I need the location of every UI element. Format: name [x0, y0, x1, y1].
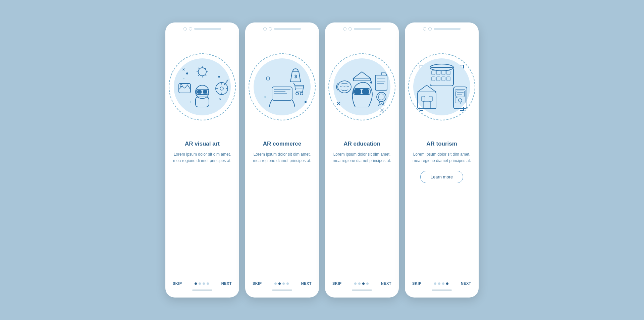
dot-2-3 — [282, 282, 285, 285]
illustration-commerce: $ — [245, 33, 319, 141]
svg-point-38 — [296, 92, 299, 95]
svg-point-25 — [186, 72, 188, 74]
top-circle-6 — [348, 27, 352, 31]
nav-dots-2 — [274, 282, 289, 285]
desc-commerce: Lorem ipsum dolor sit dim amet, mea regi… — [253, 151, 312, 164]
svg-rect-61 — [432, 71, 435, 75]
commerce-icon: $ — [252, 53, 312, 120]
svg-line-23 — [205, 68, 206, 69]
nav-bar-2: SKIP NEXT — [245, 278, 319, 287]
dot-2-1 — [274, 282, 277, 285]
dot-3-1 — [354, 282, 357, 285]
dot-1-4 — [207, 282, 209, 285]
top-bar-line-3 — [354, 28, 381, 30]
svg-text:✕: ✕ — [182, 68, 185, 71]
top-circle-5 — [343, 27, 346, 31]
dot-2-4 — [286, 282, 289, 285]
screen-ar-visual-art: ✕ ✕ AR visual art Lorem ipsum dolor sit … — [165, 22, 239, 298]
title-education: AR education — [332, 141, 391, 147]
dot-3-3 — [362, 282, 365, 285]
desc-education: Lorem ipsum dolor sit dim amet, mea regi… — [332, 151, 391, 164]
top-circle-2 — [189, 27, 192, 31]
dot-1-1 — [195, 282, 197, 285]
svg-rect-69 — [418, 92, 436, 109]
svg-point-51 — [370, 82, 372, 84]
dot-4-4 — [446, 282, 448, 285]
svg-point-57 — [377, 92, 386, 102]
svg-line-24 — [198, 74, 200, 76]
title-visual-art: AR visual art — [173, 141, 232, 147]
learn-more-button[interactable]: Learn more — [420, 171, 463, 183]
svg-point-42 — [266, 77, 270, 80]
next-btn-2[interactable]: NEXT — [301, 281, 312, 285]
content-visual-art: AR visual art Lorem ipsum dolor sit dim … — [165, 141, 239, 278]
bottom-indicator-4 — [432, 289, 452, 291]
svg-rect-48 — [354, 78, 370, 81]
svg-rect-4 — [197, 90, 202, 94]
content-tourism: AR tourism Lorem ipsum dolor sit dim ame… — [405, 141, 479, 278]
content-education: AR education Lorem ipsum dolor sit dim a… — [325, 141, 399, 278]
svg-rect-53 — [375, 75, 387, 90]
bottom-indicator-3 — [352, 289, 372, 291]
illustration-education — [325, 33, 399, 141]
top-bar-line-1 — [194, 28, 221, 30]
skip-btn-2[interactable]: SKIP — [253, 281, 262, 285]
top-bar-4 — [405, 22, 479, 33]
desc-tourism: Lorem ipsum dolor sit dim amet, mea regi… — [412, 151, 471, 164]
top-circle-3 — [263, 27, 267, 31]
skip-btn-4[interactable]: SKIP — [412, 281, 422, 285]
next-btn-3[interactable]: NEXT — [381, 281, 391, 285]
svg-point-39 — [300, 92, 303, 95]
education-icon — [332, 53, 392, 120]
svg-rect-65 — [432, 77, 435, 81]
skip-btn-1[interactable]: SKIP — [173, 281, 182, 285]
bottom-indicator-1 — [192, 289, 212, 291]
dot-1-2 — [199, 282, 201, 285]
skip-btn-3[interactable]: SKIP — [332, 281, 342, 285]
svg-point-44 — [264, 96, 266, 98]
screen-ar-education: AR education Lorem ipsum dolor sit dim a… — [325, 22, 399, 298]
nav-dots-4 — [434, 282, 448, 285]
svg-point-28 — [190, 101, 191, 103]
title-tourism: AR tourism — [412, 141, 471, 147]
svg-rect-66 — [437, 77, 440, 81]
top-bar-2 — [245, 22, 319, 33]
nav-dots-1 — [195, 282, 209, 285]
top-circle-1 — [183, 27, 187, 31]
svg-point-9 — [220, 87, 223, 90]
dot-3-4 — [366, 282, 369, 285]
svg-rect-5 — [203, 90, 207, 94]
screen-ar-tourism: AR tourism Lorem ipsum dolor sit dim ame… — [405, 22, 479, 298]
next-btn-1[interactable]: NEXT — [221, 281, 232, 285]
svg-line-37 — [293, 83, 295, 85]
bottom-indicator-2 — [272, 289, 292, 291]
svg-line-21 — [198, 68, 200, 69]
dot-1-3 — [203, 282, 205, 285]
desc-visual-art: Lorem ipsum dolor sit dim amet, mea regi… — [173, 151, 232, 164]
tourism-icon — [412, 53, 472, 120]
svg-rect-62 — [437, 71, 440, 75]
illustration-visual-art: ✕ ✕ — [165, 33, 239, 141]
svg-rect-47 — [362, 89, 369, 94]
svg-rect-73 — [423, 101, 430, 109]
content-commerce: AR commerce Lorem ipsum dolor sit dim am… — [245, 141, 319, 278]
svg-marker-15 — [226, 79, 228, 81]
top-bar-line-4 — [434, 28, 461, 30]
svg-rect-72 — [429, 96, 432, 101]
svg-rect-67 — [442, 77, 445, 81]
dot-4-3 — [442, 282, 444, 285]
nav-bar-3: SKIP NEXT — [325, 278, 399, 287]
top-bar-1 — [165, 22, 239, 33]
svg-marker-49 — [354, 72, 370, 78]
dot-4-2 — [438, 282, 440, 285]
svg-rect-63 — [442, 71, 445, 75]
top-bar-3 — [325, 22, 399, 33]
nav-bar-4: SKIP NEXT — [405, 278, 479, 287]
next-btn-4[interactable]: NEXT — [461, 281, 471, 285]
illustration-tourism — [405, 33, 479, 141]
dot-2-2 — [278, 282, 281, 285]
svg-point-58 — [378, 94, 384, 100]
svg-point-26 — [183, 78, 184, 79]
svg-point-27 — [218, 76, 220, 78]
svg-rect-75 — [455, 90, 465, 103]
